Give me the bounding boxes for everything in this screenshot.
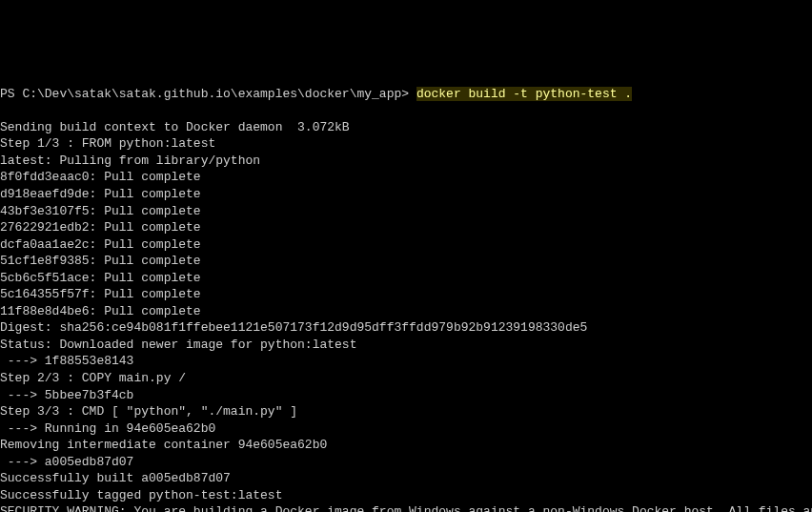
output-line: ---> 1f88553e8143 — [0, 353, 812, 370]
output-line: Digest: sha256:ce94b081f1ffebee1121e5071… — [0, 319, 812, 337]
output-line: 27622921edb2: Pull complete — [0, 219, 812, 236]
output-line: 51cf1e8f9385: Pull complete — [0, 253, 812, 270]
output-line: 5c164355f57f: Pull complete — [0, 286, 812, 303]
cmd-build: build — [461, 87, 514, 101]
output-line: SECURITY WARNING: You are building a Doc… — [0, 503, 812, 512]
ps-prompt: PS C:\Dev\satak\satak.github.io\examples… — [0, 87, 416, 101]
output-line: latest: Pulling from library/python — [0, 153, 812, 170]
output-line: ---> a005edb87d07 — [0, 454, 812, 471]
output-line: Successfully built a005edb87d07 — [0, 470, 812, 487]
output-line: dcfa0aa1ae2c: Pull complete — [0, 236, 812, 254]
output-line: ---> 5bbee7b3f4cb — [0, 387, 812, 404]
output-line: 8f0fdd3eaac0: Pull complete — [0, 169, 812, 186]
cmd-docker: docker — [416, 87, 461, 101]
build-output: Sending build context to Docker daemon 3… — [0, 119, 812, 512]
cmd-flag: -t — [513, 87, 528, 101]
output-line: Status: Downloaded newer image for pytho… — [0, 337, 812, 354]
output-line: Sending build context to Docker daemon 3… — [0, 119, 812, 136]
prompt-line-1: PS C:\Dev\satak\satak.github.io\examples… — [0, 86, 812, 103]
output-line: Step 1/3 : FROM python:latest — [0, 135, 812, 153]
output-line: 5cb6c5f51ace: Pull complete — [0, 270, 812, 287]
output-line: 43bf3e3107f5: Pull complete — [0, 203, 812, 220]
output-line: d918eaefd9de: Pull complete — [0, 186, 812, 203]
cmd-rest: python-test . — [528, 87, 632, 101]
output-line: Step 2/3 : COPY main.py / — [0, 370, 812, 387]
output-line: Removing intermediate container 94e605ea… — [0, 437, 812, 454]
output-line: ---> Running in 94e605ea62b0 — [0, 420, 812, 438]
output-line: Step 3/3 : CMD [ "python", "./main.py" ] — [0, 403, 812, 420]
output-line: Successfully tagged python-test:latest — [0, 487, 812, 504]
terminal-output[interactable]: PS C:\Dev\satak\satak.github.io\examples… — [0, 69, 812, 512]
output-line: 11f88e8d4be6: Pull complete — [0, 303, 812, 320]
